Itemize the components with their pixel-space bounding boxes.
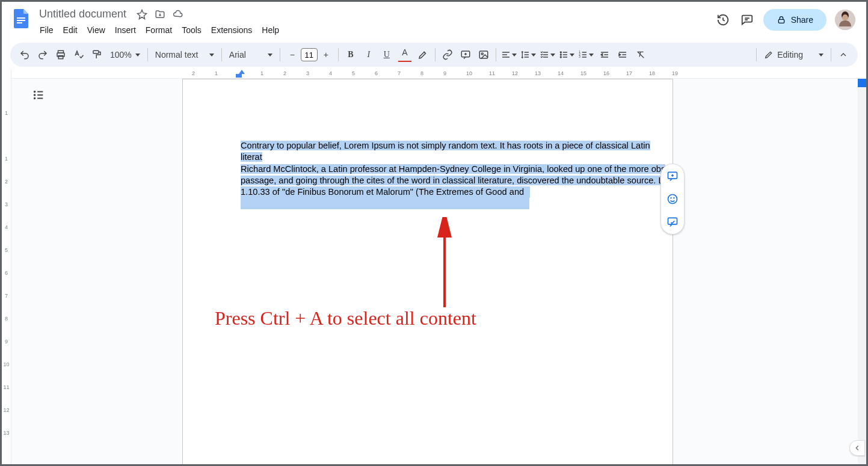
comments-icon[interactable] xyxy=(739,12,755,28)
avatar[interactable] xyxy=(835,10,855,30)
menu-edit[interactable]: Edit xyxy=(59,23,82,37)
titlebar: Untitled document File Edit View Insert … xyxy=(2,2,866,40)
svg-point-24 xyxy=(671,198,671,198)
numbered-list-dropdown[interactable]: 123 xyxy=(577,46,595,63)
text-line-1[interactable]: Contrary to popular belief, Lorem Ipsum … xyxy=(241,141,650,162)
share-button[interactable]: Share xyxy=(763,9,826,31)
menubar: File Edit View Insert Format Tools Exten… xyxy=(35,23,283,37)
zoom-dropdown[interactable]: 100% xyxy=(106,50,144,60)
svg-point-12 xyxy=(481,53,483,55)
underline-button[interactable]: U xyxy=(378,46,395,63)
page[interactable]: Contrary to popular belief, Lorem Ipsum … xyxy=(182,79,673,464)
svg-rect-11 xyxy=(479,51,488,58)
indent-marker-top[interactable] xyxy=(239,70,245,74)
document-canvas[interactable]: Contrary to popular belief, Lorem Ipsum … xyxy=(11,79,866,464)
star-icon[interactable] xyxy=(136,8,148,20)
svg-point-21 xyxy=(34,98,35,99)
font-size-input[interactable] xyxy=(301,48,318,61)
svg-point-23 xyxy=(668,195,677,204)
annotation-arrow xyxy=(432,217,457,313)
svg-point-20 xyxy=(34,94,35,96)
collapse-toolbar-button[interactable] xyxy=(835,46,852,63)
insert-comment-button[interactable] xyxy=(457,46,474,63)
document-body[interactable]: Contrary to popular belief, Lorem Ipsum … xyxy=(241,140,674,213)
history-icon[interactable] xyxy=(715,12,731,28)
cloud-status-icon[interactable] xyxy=(172,8,184,20)
menu-help[interactable]: Help xyxy=(257,23,283,37)
lock-icon xyxy=(777,15,786,25)
italic-button[interactable]: I xyxy=(360,46,377,63)
document-title[interactable]: Untitled document xyxy=(35,7,130,22)
move-folder-icon[interactable] xyxy=(154,8,166,20)
editing-mode-dropdown[interactable]: Editing xyxy=(760,50,827,60)
align-dropdown[interactable] xyxy=(500,46,518,63)
bulleted-list-dropdown[interactable] xyxy=(558,46,576,63)
undo-button[interactable] xyxy=(16,46,33,63)
svg-point-14 xyxy=(560,54,561,55)
emoji-reaction-icon[interactable] xyxy=(664,191,681,207)
comment-floating-toolbar xyxy=(660,164,685,235)
annotation-text: Press Ctrl + A to select all content xyxy=(215,307,476,330)
text-color-button[interactable]: A xyxy=(396,46,413,63)
insert-link-button[interactable] xyxy=(439,46,456,63)
line-spacing-dropdown[interactable] xyxy=(519,46,537,63)
font-dropdown[interactable]: Arial xyxy=(226,50,276,60)
svg-text:3: 3 xyxy=(579,55,580,58)
checklist-dropdown[interactable] xyxy=(538,46,556,63)
menu-view[interactable]: View xyxy=(83,23,109,37)
svg-rect-0 xyxy=(17,17,25,19)
docs-logo[interactable] xyxy=(9,7,33,31)
svg-point-13 xyxy=(560,52,561,53)
paint-format-button[interactable] xyxy=(88,46,105,63)
highlight-button[interactable] xyxy=(414,46,431,63)
selection-trailing-line xyxy=(241,198,529,209)
menu-format[interactable]: Format xyxy=(141,23,176,37)
scroll-explore-icon[interactable] xyxy=(858,79,866,87)
menu-extensions[interactable]: Extensions xyxy=(207,23,256,37)
redo-button[interactable] xyxy=(34,46,51,63)
pencil-icon xyxy=(764,50,774,60)
menu-file[interactable]: File xyxy=(35,23,58,37)
menu-insert[interactable]: Insert xyxy=(111,23,140,37)
text-line-3[interactable]: passage, and going through the cites of … xyxy=(241,176,663,185)
decrease-font-button[interactable]: − xyxy=(284,46,301,63)
decrease-indent-button[interactable] xyxy=(596,46,613,63)
svg-rect-2 xyxy=(17,22,22,23)
menu-tools[interactable]: Tools xyxy=(177,23,206,37)
text-line-2[interactable]: Richard McClintock, a Latin professor at… xyxy=(241,164,665,174)
svg-rect-3 xyxy=(778,19,784,23)
svg-point-25 xyxy=(674,198,674,198)
add-comment-icon[interactable] xyxy=(664,168,681,185)
clear-formatting-button[interactable] xyxy=(632,46,649,63)
svg-rect-9 xyxy=(93,51,99,54)
bold-button[interactable]: B xyxy=(342,46,359,63)
svg-point-19 xyxy=(34,91,35,93)
vertical-scrollbar[interactable] xyxy=(858,79,866,464)
show-outline-button[interactable] xyxy=(29,86,48,104)
svg-rect-1 xyxy=(17,20,25,21)
insert-image-button[interactable] xyxy=(475,46,492,63)
horizontal-ruler[interactable]: 2112345678910111213141516171819 xyxy=(11,69,866,79)
suggest-edit-icon[interactable] xyxy=(664,213,681,230)
indent-marker-bottom[interactable] xyxy=(236,74,242,78)
share-label: Share xyxy=(791,15,813,25)
vertical-ruler: 112345678910111213 xyxy=(2,69,11,464)
increase-font-button[interactable]: + xyxy=(318,46,334,63)
paragraph-style-dropdown[interactable]: Normal text xyxy=(152,50,218,60)
spellcheck-button[interactable] xyxy=(70,46,87,63)
print-button[interactable] xyxy=(52,46,69,63)
increase-indent-button[interactable] xyxy=(614,46,631,63)
toolbar: 100% Normal text Arial − + B I U A 123 E… xyxy=(10,43,858,67)
svg-point-15 xyxy=(560,57,561,58)
side-panel-expand-button[interactable] xyxy=(849,440,865,456)
text-line-4[interactable]: 1.10.33 of "de Finibus Bonorum et Maloru… xyxy=(241,186,530,198)
